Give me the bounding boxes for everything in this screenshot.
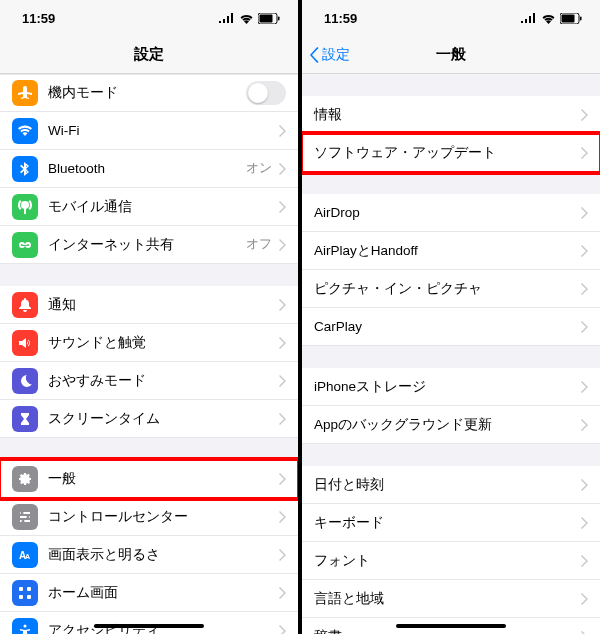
chevron-right-icon: [278, 125, 286, 137]
row-label: 画面表示と明るさ: [48, 546, 278, 564]
row-label: インターネット共有: [48, 236, 246, 254]
nav-bar: 設定 一般: [302, 36, 600, 74]
chevron-right-icon: [580, 555, 588, 567]
status-time: 11:59: [324, 11, 357, 26]
svg-rect-10: [19, 595, 23, 599]
row-general[interactable]: 一般: [0, 460, 298, 498]
settings-screen: 11:59 設定 機内モードWi-FiBluetoothオンモバイル通信インター…: [0, 0, 298, 634]
row-label: ソフトウェア・アップデート: [314, 144, 580, 162]
toggle-switch[interactable]: [246, 81, 286, 105]
svg-rect-2: [278, 16, 280, 20]
svg-rect-9: [27, 587, 31, 591]
svg-point-5: [22, 519, 25, 522]
row-label: 一般: [48, 470, 278, 488]
row-label: 情報: [314, 106, 580, 124]
row-label: 通知: [48, 296, 278, 314]
row-bluetooth[interactable]: Bluetoothオン: [0, 150, 298, 188]
text-size-icon: AA: [12, 542, 38, 568]
row-label: キーボード: [314, 514, 580, 532]
row-label: スクリーンタイム: [48, 410, 278, 428]
svg-point-4: [27, 515, 30, 518]
row-label: AirPlayとHandoff: [314, 242, 580, 260]
chevron-right-icon: [580, 419, 588, 431]
row-wifi[interactable]: Wi-Fi: [0, 112, 298, 150]
row-bgrefresh[interactable]: Appのバックグラウンド更新: [302, 406, 600, 444]
row-label: iPhoneストレージ: [314, 378, 580, 396]
back-label: 設定: [322, 46, 350, 64]
row-pip[interactable]: ピクチャ・イン・ピクチャ: [302, 270, 600, 308]
chevron-right-icon: [278, 511, 286, 523]
row-datetime[interactable]: 日付と時刻: [302, 466, 600, 504]
chevron-right-icon: [580, 147, 588, 159]
row-airdrop[interactable]: AirDrop: [302, 194, 600, 232]
row-label: 日付と時刻: [314, 476, 580, 494]
status-indicators: [521, 13, 582, 24]
row-control[interactable]: コントロールセンター: [0, 498, 298, 536]
svg-rect-20: [580, 16, 582, 20]
chevron-right-icon: [580, 479, 588, 491]
row-cellular[interactable]: モバイル通信: [0, 188, 298, 226]
page-title: 一般: [436, 45, 466, 64]
chevron-right-icon: [580, 109, 588, 121]
accessibility-icon: [12, 618, 38, 635]
row-sounds[interactable]: サウンドと触覚: [0, 324, 298, 362]
row-keyboard[interactable]: キーボード: [302, 504, 600, 542]
battery-icon: [258, 13, 280, 24]
row-carplay[interactable]: CarPlay: [302, 308, 600, 346]
row-fonts[interactable]: フォント: [302, 542, 600, 580]
row-label: サウンドと触覚: [48, 334, 278, 352]
chevron-right-icon: [580, 283, 588, 295]
row-airplane[interactable]: 機内モード: [0, 74, 298, 112]
home-indicator[interactable]: [94, 624, 204, 628]
battery-icon: [560, 13, 582, 24]
row-storage[interactable]: iPhoneストレージ: [302, 368, 600, 406]
row-swupdate[interactable]: ソフトウェア・アップデート: [302, 134, 600, 172]
chevron-right-icon: [278, 413, 286, 425]
row-label: モバイル通信: [48, 198, 278, 216]
row-label: 機内モード: [48, 84, 246, 102]
chevron-right-icon: [278, 299, 286, 311]
chevron-right-icon: [580, 631, 588, 635]
bluetooth-icon: [12, 156, 38, 182]
settings-list[interactable]: 機内モードWi-FiBluetoothオンモバイル通信インターネット共有オフ通知…: [0, 74, 298, 634]
row-display[interactable]: AA画面表示と明るさ: [0, 536, 298, 574]
row-label: 言語と地域: [314, 590, 580, 608]
row-hotspot[interactable]: インターネット共有オフ: [0, 226, 298, 264]
row-airplay[interactable]: AirPlayとHandoff: [302, 232, 600, 270]
svg-point-3: [21, 511, 24, 514]
bell-icon: [12, 292, 38, 318]
home-indicator[interactable]: [396, 624, 506, 628]
chevron-right-icon: [278, 587, 286, 599]
row-label: ホーム画面: [48, 584, 278, 602]
hotspot-icon: [12, 232, 38, 258]
row-notify[interactable]: 通知: [0, 286, 298, 324]
chevron-right-icon: [278, 625, 286, 635]
row-about[interactable]: 情報: [302, 96, 600, 134]
cellular-icon: [521, 13, 537, 23]
chevron-right-icon: [580, 207, 588, 219]
grid-icon: [12, 580, 38, 606]
chevron-left-icon: [310, 47, 320, 63]
row-label: CarPlay: [314, 319, 580, 334]
back-button[interactable]: 設定: [310, 46, 350, 64]
status-indicators: [219, 13, 280, 24]
row-screentime[interactable]: スクリーンタイム: [0, 400, 298, 438]
chevron-right-icon: [580, 321, 588, 333]
chevron-right-icon: [580, 245, 588, 257]
page-title: 設定: [134, 45, 164, 64]
switches-icon: [12, 504, 38, 530]
status-bar: 11:59: [302, 0, 600, 36]
row-label: ピクチャ・イン・ピクチャ: [314, 280, 580, 298]
row-label: フォント: [314, 552, 580, 570]
row-language[interactable]: 言語と地域: [302, 580, 600, 618]
row-value: オン: [246, 160, 272, 177]
svg-point-12: [24, 624, 27, 627]
row-dnd[interactable]: おやすみモード: [0, 362, 298, 400]
row-label: Bluetooth: [48, 161, 246, 176]
row-home[interactable]: ホーム画面: [0, 574, 298, 612]
row-value: オフ: [246, 236, 272, 253]
wifi-status-icon: [239, 13, 254, 24]
general-list[interactable]: 情報ソフトウェア・アップデートAirDropAirPlayとHandoffピクチ…: [302, 74, 600, 634]
row-label: Appのバックグラウンド更新: [314, 416, 580, 434]
row-access[interactable]: アクセシビリティ: [0, 612, 298, 634]
